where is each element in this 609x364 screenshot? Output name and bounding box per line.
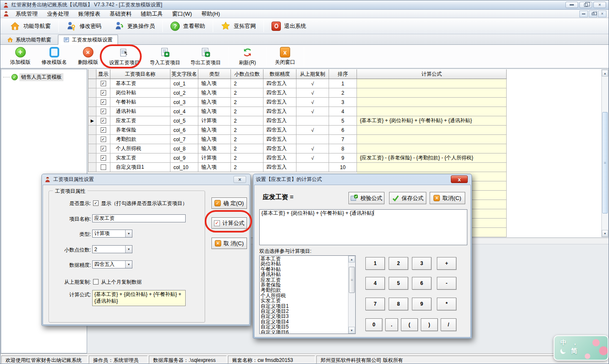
menu-basic-data[interactable]: 基础资料 (105, 10, 136, 18)
moon-icon[interactable] (560, 348, 567, 355)
header-show[interactable]: 显示 (96, 69, 110, 79)
cancel-button[interactable]: × 取消(C) (430, 192, 465, 204)
scroll-up-button[interactable]: ▲ (348, 256, 355, 263)
keypad-dot[interactable]: . (385, 318, 398, 331)
ime-punct-toggle[interactable]: ， (572, 339, 578, 346)
keypad-divide[interactable]: / (441, 318, 456, 331)
cell-name[interactable]: 岗位补贴 (110, 88, 170, 98)
menu-tools[interactable]: 辅助工具 (136, 10, 167, 18)
scrollbar-thumb[interactable]: ≡ (349, 267, 355, 293)
header-order[interactable]: 排序 (329, 69, 357, 79)
delete-template-button[interactable]: × 删除模版 (73, 46, 103, 68)
list-item[interactable]: 考勤扣款 (261, 287, 348, 293)
header-name[interactable]: 工资项目名称 (110, 69, 170, 79)
dialog-title-bar[interactable]: 设置【应发工资】的计算公式 (253, 174, 472, 184)
checkbox[interactable]: ✓ (101, 81, 106, 86)
cell-precision[interactable]: 四舍五入 (263, 79, 296, 88)
keypad-minus[interactable]: - (437, 277, 456, 290)
cell-precision[interactable]: 四舍五入 (263, 116, 296, 126)
cell-copy[interactable]: √ (296, 153, 329, 163)
cell-order[interactable]: 6 (329, 126, 357, 135)
grid-vertical-scrollbar[interactable]: ▲ ≡ ▼ (601, 69, 609, 237)
cell-order[interactable]: 10 (329, 163, 357, 172)
mdi-close-button[interactable]: × (598, 11, 606, 17)
checkbox[interactable]: ✓ (101, 127, 106, 133)
cell-type[interactable]: 输入项 (198, 98, 231, 107)
menu-help[interactable]: 帮助(H) (197, 10, 225, 18)
change-password-button[interactable]: 修改密码 (60, 19, 108, 33)
decimals-select[interactable]: 2 ▼ (92, 245, 132, 253)
header-copy[interactable]: 从上期复制 (296, 69, 329, 79)
cell-field[interactable]: col_2 (170, 88, 198, 98)
checkbox[interactable]: ✓ (101, 99, 106, 105)
list-item[interactable]: 自定义项目3 (261, 314, 348, 319)
table-row-selected[interactable]: ▶ ✓ 应发工资 col_5 计算项 2 四舍五入 5 {基本工资} + {岗位… (88, 116, 507, 126)
cell-decimals[interactable]: 2 (231, 116, 263, 126)
type-select[interactable]: 计算项 ▼ (92, 230, 132, 238)
menu-business[interactable]: 业务处理 (42, 10, 74, 18)
cell-decimals[interactable]: 2 (231, 153, 263, 163)
show-checkbox-cell[interactable]: ✓ (96, 88, 110, 98)
cell-field[interactable]: col_4 (170, 107, 198, 116)
view-help-button[interactable]: ? 查看帮助 (164, 20, 211, 33)
table-row[interactable]: ✓ 岗位补贴 col_2 输入项 2 四舍五入 √ 2 (88, 88, 507, 98)
scrollbar-thumb[interactable]: ≡ (602, 112, 608, 213)
cell-precision[interactable]: 四舍五入 (263, 135, 296, 144)
checkbox[interactable]: ✓ (101, 109, 106, 114)
keypad-open-paren[interactable]: ( (401, 318, 418, 331)
show-checkbox-cell[interactable]: ✓ (96, 98, 110, 107)
cell-type[interactable]: 输入项 (198, 163, 231, 172)
cell-decimals[interactable]: 2 (231, 79, 263, 88)
table-row[interactable]: ✓ 养老保险 col_6 输入项 2 四舍五入 √ 6 (88, 126, 507, 135)
mdi-restore-button[interactable] (589, 11, 597, 17)
formula-edit-box[interactable]: {基本工资} + {岗位补贴} + {午餐补贴} + {通讯补贴} (259, 209, 467, 245)
cell-name[interactable]: 应发工资 (110, 116, 170, 126)
cell-decimals[interactable]: 2 (231, 107, 263, 116)
cell-copy[interactable]: √ (296, 144, 329, 153)
cell-precision[interactable]: 四舍五入 (263, 126, 296, 135)
nav-window-button[interactable]: 功能导航窗 (4, 19, 57, 33)
ime-lang-toggle[interactable]: 中 (560, 339, 567, 346)
cell-type[interactable]: 输入项 (198, 88, 231, 98)
item-name-input[interactable]: 应发工资 (92, 214, 186, 222)
cell-decimals[interactable]: 2 (231, 163, 263, 172)
list-item[interactable]: 通讯补贴 (261, 272, 348, 277)
cell-type[interactable]: 输入项 (198, 144, 231, 153)
table-row[interactable]: ✓ 通讯补贴 col_4 输入项 2 四舍五入 √ 4 (88, 107, 507, 116)
ime-widget[interactable]: 中 ， 简 (554, 335, 609, 361)
listbox-scrollbar[interactable]: ▲ ≡ ▼ (348, 256, 355, 334)
show-checkbox-cell[interactable]: ✓ (96, 79, 110, 88)
cell-precision[interactable]: 四舍五入 (263, 88, 296, 98)
close-button[interactable]: × (593, 2, 606, 8)
cell-formula[interactable] (357, 88, 507, 98)
cell-field[interactable]: col_8 (170, 144, 198, 153)
keypad-3[interactable]: 3 (412, 257, 431, 270)
close-window-button[interactable]: x 关闭窗口 (270, 46, 300, 68)
cell-name[interactable]: 通讯补贴 (110, 107, 170, 116)
cell-formula[interactable] (357, 107, 507, 116)
copy-checkbox[interactable] (93, 279, 99, 285)
cell-field[interactable]: col_6 (170, 126, 198, 135)
cell-precision[interactable]: 四舍五入 (263, 163, 296, 172)
verify-formula-button[interactable]: 校验公式 (348, 192, 384, 204)
checkbox[interactable]: ✓ (101, 90, 106, 96)
cell-order[interactable]: 1 (329, 79, 357, 88)
exit-system-button[interactable]: 退出系统 (265, 20, 313, 33)
keypad-2[interactable]: 2 (389, 257, 408, 270)
keypad-6[interactable]: 6 (412, 277, 431, 290)
cell-order[interactable]: 5 (329, 116, 357, 126)
refresh-button[interactable]: 刷新(R) (233, 46, 262, 68)
set-salary-items-button[interactable]: 设置工资项目 (105, 46, 143, 68)
checkbox[interactable]: ✓ (101, 146, 106, 151)
cell-decimals[interactable]: 2 (231, 88, 263, 98)
ime-simplified-toggle[interactable]: 简 (571, 347, 577, 355)
show-checkbox-cell[interactable]: ✓ (96, 144, 110, 153)
cell-field[interactable]: col_9 (170, 153, 198, 163)
show-checkbox-cell[interactable]: ✓ (96, 135, 110, 144)
cell-precision[interactable]: 四舍五入 (263, 153, 296, 163)
chevron-down-icon[interactable]: ▼ (125, 230, 132, 237)
cell-field[interactable]: col_1 (170, 79, 198, 88)
cell-formula[interactable] (357, 126, 507, 135)
keypad-8[interactable]: 8 (389, 298, 408, 310)
cell-field[interactable]: col_7 (170, 135, 198, 144)
